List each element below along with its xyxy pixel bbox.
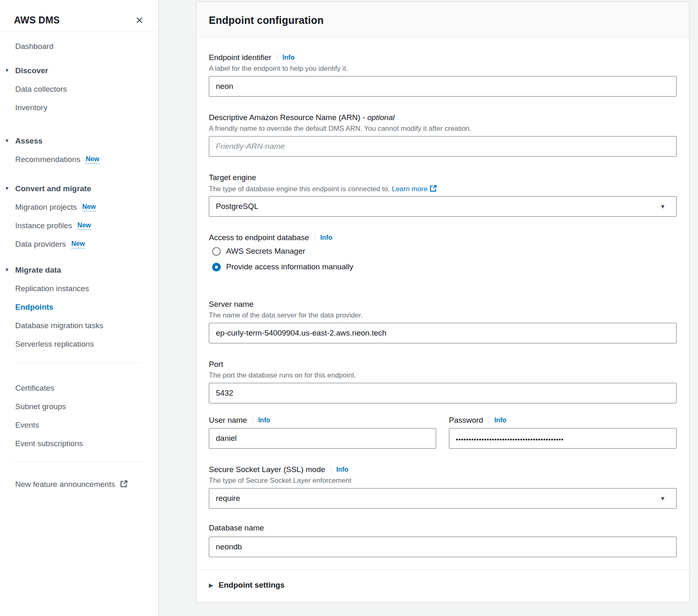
close-icon[interactable]: ✕ (135, 16, 143, 25)
external-link-icon (430, 185, 437, 193)
port-input[interactable] (209, 383, 677, 403)
sidebar-item-new-feature-announcements[interactable]: New feature announcements (15, 475, 150, 493)
sidebar-item-instance-profiles[interactable]: Instance profiles New (15, 216, 150, 235)
card-body: Endpoint identifier Info A label for the… (196, 37, 689, 557)
target-engine-label: Target engine (209, 173, 256, 182)
chevron-right-icon: ▶ (209, 582, 213, 588)
server-name-input[interactable] (209, 323, 677, 343)
info-divider (253, 417, 253, 424)
sidebar-item-event-subscriptions[interactable]: Event subscriptions (15, 434, 150, 453)
sidebar: AWS DMS ✕ Dashboard ▼ Discover Data coll… (0, 0, 159, 616)
sidebar-section-assess[interactable]: ▼ Assess (15, 132, 150, 150)
credentials-row: User name Info Password Info (209, 415, 677, 449)
endpoint-configuration-card: Endpoint configuration Endpoint identifi… (196, 2, 689, 602)
endpoint-identifier-label: Endpoint identifier (209, 53, 271, 62)
port-field: Port The port the database runs on for t… (209, 359, 677, 403)
sidebar-section-discover[interactable]: ▼ Discover (15, 61, 150, 80)
sidebar-item-endpoints[interactable]: Endpoints (15, 298, 150, 316)
sidebar-item-dashboard[interactable]: Dashboard (15, 37, 150, 56)
user-name-info-link[interactable]: Info (258, 417, 270, 424)
chevron-down-icon: ▼ (5, 67, 15, 73)
ssl-mode-label: Secure Socket Layer (SSL) mode (209, 465, 325, 474)
ssl-mode-info-link[interactable]: Info (336, 466, 348, 473)
endpoint-identifier-info-link[interactable]: Info (282, 54, 294, 61)
password-label: Password (449, 416, 483, 425)
sidebar-header: AWS DMS ✕ (0, 0, 158, 32)
server-name-help: The name of the data server for the data… (209, 311, 677, 320)
port-help: The port the database runs on for this e… (209, 371, 677, 380)
ssl-mode-select[interactable]: require ▼ (209, 488, 677, 509)
arn-label: Descriptive Amazon Resource Name (ARN) -… (209, 113, 395, 122)
chevron-down-icon: ▼ (5, 138, 15, 144)
sidebar-item-serverless-replications[interactable]: Serverless replications (15, 335, 150, 353)
arn-input[interactable] (209, 136, 677, 157)
sidebar-item-migration-projects[interactable]: Migration projects New (15, 198, 150, 216)
sidebar-item-data-collectors[interactable]: Data collectors (15, 80, 150, 98)
card-header: Endpoint configuration (196, 2, 689, 37)
database-name-field: Database name (209, 523, 677, 557)
database-name-input[interactable] (209, 537, 677, 557)
password-field: Password Info (449, 415, 677, 449)
sidebar-item-database-migration-tasks[interactable]: Database migration tasks (15, 316, 150, 335)
info-divider (315, 234, 315, 241)
sidebar-divider (14, 363, 143, 363)
sidebar-item-data-providers[interactable]: Data providers New (15, 235, 150, 253)
sidebar-section-convert-and-migrate[interactable]: ▼ Convert and migrate (15, 179, 150, 198)
sidebar-item-recommendations[interactable]: Recommendations New (15, 150, 150, 169)
new-badge[interactable]: New (82, 203, 96, 211)
ssl-mode-field: Secure Socket Layer (SSL) mode Info The … (209, 464, 677, 509)
target-engine-help: The type of database engine this endpoin… (209, 185, 677, 194)
radio-option-manual[interactable]: Provide access information manually (212, 259, 677, 274)
password-info-link[interactable]: Info (494, 417, 506, 424)
user-name-input[interactable] (209, 428, 436, 449)
sidebar-item-certificates[interactable]: Certificates (15, 379, 150, 397)
learn-more-link[interactable]: Learn more (392, 185, 428, 193)
target-engine-value: PostgreSQL (216, 202, 259, 211)
arn-field: Descriptive Amazon Resource Name (ARN) -… (209, 112, 677, 157)
password-input[interactable] (449, 428, 677, 449)
server-name-label: Server name (209, 300, 254, 309)
arn-help: A friendly name to override the default … (209, 125, 677, 134)
database-name-label: Database name (209, 523, 264, 533)
radio-option-secrets-manager[interactable]: AWS Secrets Manager (212, 244, 677, 259)
server-name-field: Server name The name of the data server … (209, 299, 677, 343)
endpoint-identifier-help: A label for the endpoint to help you ide… (209, 65, 677, 74)
endpoint-settings-expander[interactable]: ▶ Endpoint settings (196, 570, 689, 602)
endpoint-identifier-field: Endpoint identifier Info A label for the… (209, 52, 677, 97)
sidebar-item-subnet-groups[interactable]: Subnet groups (15, 397, 150, 416)
chevron-down-icon: ▼ (5, 267, 15, 273)
user-name-field: User name Info (209, 415, 436, 449)
main-content: Endpoint configuration Endpoint identifi… (159, 0, 698, 616)
target-engine-select[interactable]: PostgreSQL ▼ (209, 196, 677, 217)
sidebar-item-events[interactable]: Events (15, 416, 150, 434)
chevron-down-icon: ▼ (660, 495, 666, 502)
access-label: Access to endpoint database (209, 233, 309, 242)
info-divider (331, 466, 331, 473)
new-badge[interactable]: New (86, 155, 99, 164)
target-engine-field: Target engine The type of database engin… (209, 172, 677, 217)
external-link-icon (120, 480, 128, 489)
chevron-down-icon: ▼ (5, 185, 15, 191)
radio-selected-icon[interactable] (212, 263, 221, 271)
radio-unselected-icon[interactable] (212, 247, 221, 256)
info-divider (277, 54, 277, 61)
chevron-down-icon: ▼ (660, 203, 666, 210)
sidebar-item-replication-instances[interactable]: Replication instances (15, 279, 150, 298)
new-badge[interactable]: New (72, 240, 85, 248)
ssl-mode-help: The type of Secure Socket Layer enforcem… (209, 477, 677, 486)
endpoint-settings-label: Endpoint settings (219, 581, 284, 590)
access-field: Access to endpoint database Info AWS Sec… (209, 232, 677, 274)
endpoint-identifier-input[interactable] (209, 76, 677, 97)
access-info-link[interactable]: Info (320, 234, 332, 241)
sidebar-section-migrate-data[interactable]: ▼ Migrate data (15, 261, 150, 279)
sidebar-item-inventory[interactable]: Inventory (15, 98, 150, 117)
new-badge[interactable]: New (77, 222, 91, 230)
sidebar-divider (14, 461, 143, 462)
sidebar-title: AWS DMS (14, 15, 60, 26)
info-divider (489, 417, 489, 424)
ssl-mode-value: require (216, 494, 240, 503)
page-title: Endpoint configuration (209, 14, 677, 26)
user-name-label: User name (209, 416, 247, 425)
sidebar-nav: Dashboard ▼ Discover Data collectors Inv… (0, 32, 158, 493)
port-label: Port (209, 360, 223, 369)
